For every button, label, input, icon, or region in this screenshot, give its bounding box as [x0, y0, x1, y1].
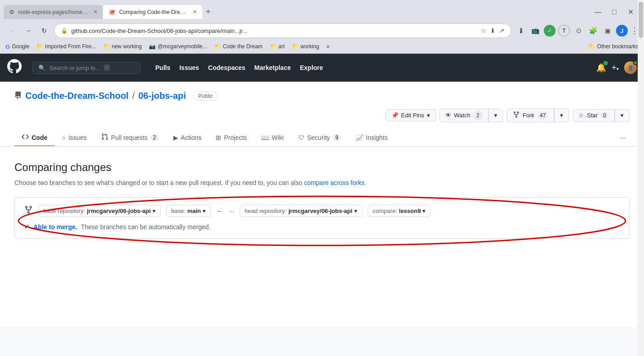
- sidebar-icon[interactable]: ▣: [602, 25, 613, 37]
- repo-title-row: Code-the-Dream-School / 06-jobs-api Publ…: [14, 91, 630, 101]
- cast-icon[interactable]: 📺: [529, 25, 541, 37]
- star-group: ☆ Star 0 ▾: [573, 109, 630, 122]
- repo-header: Code-the-Dream-School / 06-jobs-api Publ…: [0, 82, 644, 147]
- repo-tabs: Code ○ Issues Pull requests 2 ▶ Actions …: [14, 129, 630, 146]
- browser-tab-1[interactable]: ⚙ node-express-pages/homework- ✕: [4, 5, 103, 19]
- security-icon: 🛡: [298, 134, 305, 141]
- watch-arrow-button[interactable]: ▾: [488, 109, 503, 122]
- avatar[interactable]: 👤: [624, 61, 637, 74]
- download-icon[interactable]: ⬇: [490, 27, 496, 34]
- head-repo-label: head repository:: [245, 208, 287, 214]
- fork-icon: [513, 111, 520, 120]
- watch-icon: 👁: [445, 112, 451, 119]
- profile-icon[interactable]: J: [616, 25, 628, 37]
- fork-count: 47: [537, 112, 548, 119]
- search-bar[interactable]: 🔍 Search or jump to... /: [32, 62, 141, 74]
- notification-icon[interactable]: 🔔: [596, 63, 606, 73]
- bookmark-star-icon[interactable]: ☆: [481, 27, 486, 34]
- nav-issues[interactable]: Issues: [179, 64, 199, 71]
- bookmark-google[interactable]: G Google: [5, 43, 29, 50]
- base-label: base:: [171, 208, 185, 214]
- red-circle-annotation: [6, 189, 638, 247]
- tab-wiki[interactable]: 📖 Wiki: [254, 130, 291, 146]
- tab2-close[interactable]: ✕: [193, 9, 197, 15]
- compare-arrow-icon: ←: [216, 207, 223, 215]
- star-arrow-button[interactable]: ▾: [615, 109, 630, 122]
- base-repo-chevron: ▾: [153, 208, 156, 214]
- merge-check-icon: ✓: [24, 222, 30, 231]
- browser-tab-2[interactable]: 🐙 Comparing Code-the-Dream-Sch ✕: [103, 5, 202, 19]
- tab-pull-requests[interactable]: Pull requests 2: [94, 129, 166, 146]
- fork-button[interactable]: Fork 47: [507, 108, 554, 122]
- folder-icon-2: 📁: [103, 43, 110, 50]
- tab1-close[interactable]: ✕: [93, 9, 97, 15]
- bookmark-art[interactable]: 📁 art: [270, 43, 285, 50]
- close-button[interactable]: ✕: [624, 6, 637, 18]
- compare-inputs-row: base repository: jrmcgarvey/06-jobs-api …: [24, 205, 620, 217]
- watch-group: 👁 Watch 2 ▾: [440, 109, 503, 122]
- merge-status-row: ✓ Able to merge. These branches can be a…: [24, 222, 620, 231]
- repo-org-link[interactable]: Code-the-Dream-School: [25, 91, 129, 101]
- scrollbar[interactable]: [638, 0, 644, 327]
- bookmark-working[interactable]: 📁 working: [292, 43, 319, 50]
- extension-check-icon[interactable]: ✓: [544, 25, 556, 37]
- repo-name-link[interactable]: 06-jobs-api: [138, 91, 186, 101]
- edit-pins-button[interactable]: 📌 Edit Pins ▾: [385, 109, 436, 121]
- nav-explore[interactable]: Explore: [300, 64, 323, 71]
- bookmark-other[interactable]: 📁 Other bookmarks: [588, 43, 639, 50]
- bookmark-instagram[interactable]: 📷 @mcgarveymobile...: [149, 43, 207, 50]
- extension-circle-icon[interactable]: ⊙: [573, 25, 584, 37]
- reload-button[interactable]: ↻: [38, 24, 51, 37]
- minimize-button[interactable]: —: [592, 6, 604, 18]
- head-repo-select[interactable]: head repository: jrmcgarvey/06-jobs-api …: [240, 205, 362, 217]
- merge-status-link[interactable]: Able to merge.: [33, 223, 77, 231]
- forward-button[interactable]: →: [22, 24, 34, 37]
- back-button[interactable]: ←: [5, 24, 18, 37]
- star-button[interactable]: ☆ Star 0: [573, 109, 615, 122]
- projects-icon: ⊞: [216, 134, 221, 141]
- tab-security[interactable]: 🛡 Security 9: [291, 130, 348, 146]
- tab-code[interactable]: Code: [14, 129, 55, 146]
- extensions-puzzle-icon[interactable]: 🧩: [587, 25, 599, 37]
- bookmark-code-dream[interactable]: 📁 Code the Dream: [214, 43, 263, 50]
- extension-t-icon[interactable]: T: [558, 25, 570, 37]
- tab-projects[interactable]: ⊞ Projects: [208, 130, 254, 146]
- bookmark-more[interactable]: »: [326, 43, 329, 50]
- download-browser-icon[interactable]: ⬇: [515, 25, 527, 37]
- tab-insights[interactable]: 📈 Insights: [348, 130, 395, 146]
- bookmark-new-working[interactable]: 📁 new working: [103, 43, 142, 50]
- address-bar[interactable]: 🔒 github.com/Code-the-Dream-School/06-jo…: [54, 23, 511, 38]
- tab1-label: node-express-pages/homework-: [18, 9, 88, 15]
- nav-pulls[interactable]: Pulls: [155, 64, 170, 71]
- fork-arrow-button[interactable]: ▾: [554, 108, 569, 122]
- actions-icon: ▶: [173, 134, 178, 141]
- edit-pins-group: 📌 Edit Pins ▾: [385, 109, 436, 121]
- maximize-button[interactable]: □: [608, 6, 621, 18]
- pr-count: 2: [150, 134, 159, 141]
- insights-icon: 📈: [356, 134, 363, 141]
- nav-codespaces[interactable]: Codespaces: [208, 64, 245, 71]
- address-text: github.com/Code-the-Dream-School/06-jobs…: [71, 28, 477, 34]
- base-branch-select[interactable]: base: main ▾: [166, 205, 211, 217]
- compare-branch-select[interactable]: compare: lesson9 ▾: [368, 205, 431, 217]
- compare-forks-link[interactable]: compare across forks.: [304, 179, 366, 186]
- tab-issues[interactable]: ○ Issues: [55, 130, 94, 146]
- watch-button[interactable]: 👁 Watch 2: [440, 109, 488, 122]
- google-icon: G: [5, 43, 10, 50]
- edit-pins-chevron: ▾: [427, 112, 430, 119]
- head-repo-value: jrmcgarvey/06-jobs-api: [288, 208, 352, 214]
- github-logo[interactable]: [7, 59, 22, 76]
- bookmark-imported[interactable]: 📁 Imported From Fire...: [37, 43, 96, 50]
- repo-separator: /: [132, 91, 135, 101]
- search-icon: 🔍: [38, 65, 46, 71]
- tab-actions[interactable]: ▶ Actions: [166, 130, 209, 146]
- new-tab-button[interactable]: +: [202, 5, 214, 18]
- search-placeholder: Search or jump to...: [49, 65, 100, 71]
- scrollbar-thumb[interactable]: [639, 2, 643, 38]
- plus-icon[interactable]: +▾: [612, 63, 619, 73]
- base-repo-select[interactable]: base repository: jrmcgarvey/06-jobs-api …: [38, 205, 161, 217]
- compare-dots: ···: [229, 208, 234, 215]
- tabs-more-button[interactable]: ···: [616, 130, 630, 146]
- nav-marketplace[interactable]: Marketplace: [255, 64, 291, 71]
- share-icon[interactable]: ↗: [499, 27, 505, 34]
